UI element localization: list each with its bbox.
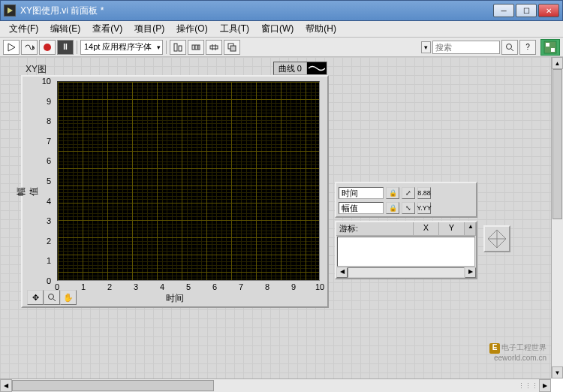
vertical-scrollbar[interactable]: ▲ ▼ [551, 57, 563, 378]
resize-grip[interactable]: ⋮⋮⋮ [516, 379, 539, 392]
svg-rect-18 [551, 48, 555, 52]
cursor-scroll-up[interactable]: ▲ [465, 222, 476, 235]
pan-button[interactable]: ✋ [60, 290, 77, 305]
zoom-button[interactable] [44, 290, 60, 305]
cursor-col-x: X [414, 222, 439, 235]
vscroll-thumb[interactable] [552, 69, 562, 219]
vi-icon[interactable] [540, 39, 560, 56]
maximize-button[interactable]: ☐ [516, 4, 537, 17]
y-ticks: 10 9 8 7 6 5 4 3 2 1 0 [23, 81, 54, 281]
scale-legend[interactable]: 🔒 ⤢ 8.88 🔒 ⤡ Y.YY [335, 182, 477, 218]
hscroll-track[interactable] [12, 379, 516, 392]
menu-window[interactable]: 窗口(W) [255, 21, 300, 37]
cursor-col-name: 游标: [336, 222, 414, 235]
cursor-list[interactable] [337, 237, 475, 267]
menu-help[interactable]: 帮助(H) [300, 21, 342, 37]
menu-tools[interactable]: 工具(T) [214, 21, 255, 37]
ytick: 4 [47, 197, 51, 206]
pause-button[interactable]: II [57, 40, 74, 55]
horizontal-scrollbar[interactable]: ◀ ⋮⋮⋮ ▶ [0, 378, 551, 392]
scale-y-lock-icon[interactable]: 🔒 [386, 202, 399, 214]
xtick: 1 [81, 282, 86, 291]
scroll-right-icon[interactable]: ▶ [539, 379, 551, 392]
search-button[interactable] [501, 40, 518, 55]
toolbar: II 14pt 应用程序字体 ▾ ? [0, 38, 563, 57]
ytick: 8 [47, 116, 51, 125]
xtick: 7 [239, 282, 243, 291]
xtick: 4 [160, 282, 164, 291]
legend-sample[interactable] [307, 62, 327, 74]
xtick: 3 [134, 282, 138, 291]
ytick: 9 [47, 97, 51, 106]
titlebar: XY图使用.vi 前面板 * ─ ☐ ✕ [0, 0, 563, 21]
plot-area[interactable] [57, 81, 320, 281]
ytick: 6 [47, 156, 51, 165]
scale-row-x: 🔒 ⤢ 8.88 [339, 185, 474, 201]
svg-rect-4 [174, 44, 177, 51]
watermark-logo: E [489, 343, 500, 354]
plot-area-wrap [57, 81, 320, 281]
svg-point-19 [49, 294, 54, 300]
cursor-legend[interactable]: 游标: X Y ▲ ◀ ▶ [335, 221, 477, 279]
distribute-button[interactable] [188, 40, 204, 55]
svg-line-20 [53, 299, 56, 301]
xtick: 8 [265, 282, 269, 291]
xtick: 2 [107, 282, 112, 291]
close-button[interactable]: ✕ [538, 4, 559, 17]
search-dropdown-icon[interactable]: ▾ [421, 41, 431, 53]
scale-y-autoscale-icon[interactable]: ⤡ [402, 202, 415, 214]
svg-rect-13 [230, 46, 236, 51]
cursor-header: 游标: X Y ▲ [336, 222, 476, 236]
reorder-button[interactable] [224, 40, 240, 55]
cursor-mover[interactable] [483, 225, 510, 252]
minimize-button[interactable]: ─ [493, 4, 514, 17]
menu-file[interactable]: 文件(F) [3, 21, 44, 37]
window-buttons: ─ ☐ ✕ [493, 4, 559, 17]
cursor-scroll-track[interactable] [348, 267, 465, 278]
ytick: 3 [47, 216, 51, 225]
abort-button[interactable] [39, 40, 56, 55]
search-input[interactable] [432, 41, 500, 54]
front-panel[interactable]: XY图 曲线 0 幅值 10 9 8 7 6 5 4 3 2 1 0 0 [0, 57, 551, 378]
scale-x-autoscale-icon[interactable]: ⤢ [402, 187, 415, 199]
scale-x-name[interactable] [339, 187, 384, 199]
scale-y-name[interactable] [339, 202, 384, 214]
cursor-col-y: Y [439, 222, 465, 235]
font-selector[interactable]: 14pt 应用程序字体 [80, 40, 163, 55]
window-title: XY图使用.vi 前面板 * [20, 5, 493, 17]
scroll-down-icon[interactable]: ▼ [552, 366, 563, 378]
cursor-scroll-right[interactable]: ▶ [465, 267, 476, 278]
xtick: 10 [315, 282, 324, 291]
separator [166, 41, 167, 54]
scroll-up-icon[interactable]: ▲ [552, 57, 563, 69]
scale-y-format-icon[interactable]: Y.YY [417, 202, 431, 214]
menubar: 文件(F) 编辑(E) 查看(V) 项目(P) 操作(O) 工具(T) 窗口(W… [0, 21, 563, 38]
context-help-button[interactable]: ? [519, 40, 536, 55]
run-continuous-button[interactable] [21, 40, 38, 55]
run-button[interactable] [3, 40, 20, 55]
scale-x-format-icon[interactable]: 8.88 [417, 187, 431, 199]
ytick: 5 [47, 176, 51, 185]
svg-rect-9 [210, 46, 218, 49]
legend-plot-name[interactable]: 曲线 0 [274, 62, 307, 74]
app-icon [4, 5, 16, 17]
ytick: 1 [47, 256, 51, 265]
menu-project[interactable]: 项目(P) [128, 21, 170, 37]
plot-legend[interactable]: 曲线 0 [273, 62, 327, 75]
cursor-move-button[interactable]: ✥ [27, 290, 44, 305]
menu-edit[interactable]: 编辑(E) [44, 21, 86, 37]
major-grid [58, 82, 319, 280]
scroll-left-icon[interactable]: ◀ [0, 379, 12, 392]
hscroll-thumb[interactable] [12, 380, 214, 391]
menu-view[interactable]: 查看(V) [86, 21, 128, 37]
x-ticks: 0 1 2 3 4 5 6 7 8 9 10 [57, 282, 320, 293]
align-button[interactable] [170, 40, 186, 55]
svg-rect-8 [198, 45, 200, 50]
resize-button[interactable] [206, 40, 222, 55]
xy-graph[interactable]: XY图 曲线 0 幅值 10 9 8 7 6 5 4 3 2 1 0 0 [21, 75, 329, 308]
svg-rect-6 [192, 45, 194, 50]
menu-operate[interactable]: 操作(O) [170, 21, 213, 37]
cursor-scroll-left[interactable]: ◀ [336, 267, 348, 278]
watermark-line2: eeworld.com.cn [489, 354, 546, 362]
scale-x-lock-icon[interactable]: 🔒 [386, 187, 399, 199]
